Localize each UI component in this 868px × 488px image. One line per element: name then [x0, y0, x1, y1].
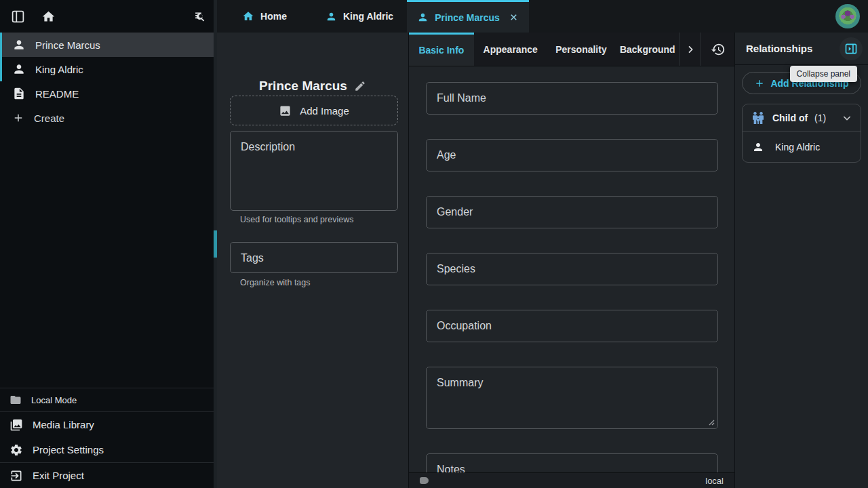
person-icon [12, 38, 26, 52]
history-button[interactable] [701, 33, 734, 66]
relationship-group-card: Child of (1) King Aldric [742, 104, 861, 163]
sidebar-item-label: King Aldric [35, 64, 83, 75]
tags-input[interactable]: Tags [230, 242, 398, 273]
person-icon [417, 12, 429, 23]
home-icon [242, 10, 254, 22]
family-icon [751, 111, 766, 125]
footer-item-label: Project Settings [33, 444, 104, 455]
media-library-button[interactable]: Media Library [0, 412, 216, 437]
search-list-icon[interactable] [191, 9, 205, 24]
relationships-header: Relationships [735, 33, 868, 65]
image-icon [279, 104, 292, 117]
document-icon [12, 87, 26, 100]
chevron-down-icon [842, 113, 852, 123]
media-library-icon [9, 418, 23, 432]
sidebar-footer: Local Mode Media Library Project Setting… [0, 388, 216, 488]
person-icon [752, 141, 764, 153]
plus-icon [12, 112, 24, 124]
age-input[interactable]: Age [426, 139, 718, 171]
exit-icon [9, 469, 23, 483]
tab-label: Home [260, 11, 287, 22]
footer-item-label: Exit Project [33, 470, 84, 481]
create-button[interactable]: Create [0, 106, 216, 130]
tab-home[interactable]: Home [217, 0, 312, 33]
person-icon [12, 62, 26, 76]
description-input[interactable]: Description [230, 131, 398, 211]
field-label: Age [437, 149, 456, 161]
field-label: Notes [437, 464, 465, 472]
sidebar-item-label: Create [34, 113, 64, 124]
add-image-button[interactable]: Add Image [230, 96, 398, 125]
sidebar-accent-strip [0, 33, 2, 81]
tags-hint: Organize with tags [240, 278, 311, 287]
notes-textarea[interactable]: Notes [426, 453, 718, 472]
species-input[interactable]: Species [426, 253, 718, 285]
resize-handle-icon[interactable] [708, 419, 715, 426]
gender-input[interactable]: Gender [426, 196, 718, 228]
form-tab-label: Appearance [484, 44, 538, 55]
relationship-member-name: King Aldric [775, 142, 820, 152]
local-mode-indicator[interactable]: Local Mode [0, 388, 216, 411]
user-avatar[interactable] [835, 4, 860, 28]
storage-icon [420, 477, 429, 484]
close-tab-icon[interactable] [509, 12, 519, 22]
field-label: Summary [437, 377, 483, 389]
storage-mode-label: local [705, 476, 724, 486]
field-label: Occupation [437, 320, 492, 332]
relationship-group-header[interactable]: Child of (1) [743, 104, 861, 131]
relationship-group-count: (1) [814, 113, 826, 123]
relationships-panel: Relationships Collapse panel Add Relatio… [735, 33, 868, 488]
sidebar-item-label: Prince Marcus [35, 39, 100, 51]
character-form-column: Basic Info Appearance Personality Backgr… [409, 33, 735, 488]
collapse-sidebar-icon[interactable] [11, 9, 25, 24]
tab-background[interactable]: Background [615, 33, 679, 66]
form-tab-strip: Basic Info Appearance Personality Backgr… [409, 33, 734, 66]
project-settings-button[interactable]: Project Settings [0, 437, 216, 462]
person-icon [326, 11, 337, 22]
chevron-right-icon [685, 44, 696, 55]
tab-appearance[interactable]: Appearance [474, 33, 547, 66]
page-title: Prince Marcus [259, 79, 347, 94]
tab-scroll-right-button[interactable] [679, 33, 701, 66]
edit-pencil-icon[interactable] [354, 80, 366, 92]
history-icon [711, 42, 726, 57]
character-details-panel: Prince Marcus Add Image Description Used… [217, 33, 409, 488]
tags-label: Tags [241, 252, 264, 264]
description-label: Description [241, 141, 295, 153]
tab-label: Prince Marcus [435, 12, 500, 23]
tab-king-aldric[interactable]: King Aldric [312, 0, 407, 33]
occupation-input[interactable]: Occupation [426, 310, 718, 342]
full-name-input[interactable]: Full Name [426, 82, 718, 115]
character-title-row: Prince Marcus [217, 79, 408, 94]
footer-item-label: Media Library [33, 419, 94, 430]
sidebar: Prince Marcus King Aldric README Create … [0, 0, 217, 488]
field-label: Species [437, 263, 475, 275]
relationship-group-label: Child of [772, 113, 808, 123]
add-image-label: Add Image [300, 105, 349, 117]
form-scroll-area: Full Name Age Gender Species Occupation … [409, 66, 734, 472]
footer-item-label: Local Mode [31, 395, 77, 405]
home-icon[interactable] [41, 9, 56, 24]
sidebar-item-readme[interactable]: README [0, 81, 216, 106]
folder-icon [9, 394, 22, 406]
form-tab-label: Background [620, 44, 675, 55]
sidebar-header [0, 0, 216, 33]
form-tab-label: Personality [555, 44, 606, 55]
field-label: Gender [437, 206, 473, 218]
collapse-panel-tooltip: Collapse panel [790, 66, 857, 82]
form-tab-label: Basic Info [418, 45, 464, 56]
exit-project-button[interactable]: Exit Project [0, 463, 216, 488]
field-label: Full Name [437, 92, 486, 104]
sidebar-item-king-aldric[interactable]: King Aldric [0, 57, 216, 81]
tab-prince-marcus[interactable]: Prince Marcus [407, 0, 529, 33]
relationships-title: Relationships [746, 43, 812, 54]
collapse-panel-button[interactable] [840, 37, 863, 60]
tab-basic-info[interactable]: Basic Info [409, 33, 474, 66]
tab-label: King Aldric [343, 11, 393, 22]
gear-icon [9, 443, 23, 457]
relationship-member-king-aldric[interactable]: King Aldric [743, 131, 861, 162]
tab-personality[interactable]: Personality [547, 33, 616, 66]
summary-textarea[interactable]: Summary [426, 367, 718, 429]
status-bar: local [409, 472, 734, 488]
sidebar-item-prince-marcus[interactable]: Prince Marcus [0, 33, 216, 57]
